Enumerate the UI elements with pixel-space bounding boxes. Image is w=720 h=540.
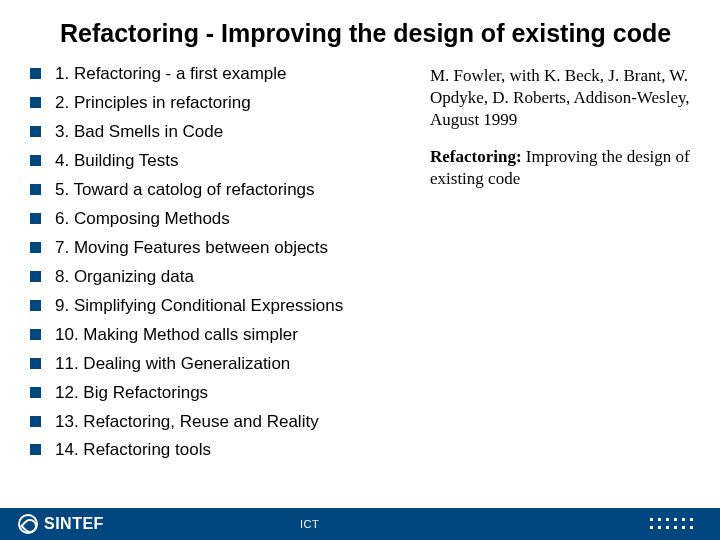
dots-icon bbox=[650, 518, 694, 530]
toc-item-label: 13. Refactoring, Reuse and Reality bbox=[55, 411, 319, 434]
bullet-icon bbox=[30, 184, 41, 195]
side-text: M. Fowler, with K. Beck, J. Brant, W. Op… bbox=[410, 63, 700, 468]
list-item: 3. Bad Smells in Code bbox=[30, 121, 410, 144]
toc-item-label: 1. Refactoring - a first example bbox=[55, 63, 286, 86]
footer-center-text: ICT bbox=[300, 518, 319, 530]
list-item: 8. Organizing data bbox=[30, 266, 410, 289]
bullet-icon bbox=[30, 329, 41, 340]
logo-icon bbox=[18, 514, 38, 534]
logo-text: SINTEF bbox=[44, 515, 104, 533]
bullet-icon bbox=[30, 213, 41, 224]
toc-item-label: 9. Simplifying Conditional Expressions bbox=[55, 295, 343, 318]
footer-bar: SINTEF ICT bbox=[0, 508, 720, 540]
page-title: Refactoring - Improving the design of ex… bbox=[0, 18, 720, 49]
content-area: 1. Refactoring - a first example 2. Prin… bbox=[0, 63, 720, 468]
list-item: 12. Big Refactorings bbox=[30, 382, 410, 405]
list-item: 4. Building Tests bbox=[30, 150, 410, 173]
book-title-bold: Refactoring: bbox=[430, 147, 522, 166]
slide: Refactoring - Improving the design of ex… bbox=[0, 0, 720, 540]
list-item: 7. Moving Features between objects bbox=[30, 237, 410, 260]
toc-item-label: 5. Toward a catolog of refactorings bbox=[55, 179, 315, 202]
toc-item-label: 14. Refactoring tools bbox=[55, 439, 211, 462]
toc-item-label: 3. Bad Smells in Code bbox=[55, 121, 223, 144]
bullet-icon bbox=[30, 155, 41, 166]
toc-list: 1. Refactoring - a first example 2. Prin… bbox=[30, 63, 410, 468]
list-item: 10. Making Method calls simpler bbox=[30, 324, 410, 347]
list-item: 6. Composing Methods bbox=[30, 208, 410, 231]
list-item: 13. Refactoring, Reuse and Reality bbox=[30, 411, 410, 434]
bullet-icon bbox=[30, 387, 41, 398]
book-title: Refactoring: Improving the design of exi… bbox=[430, 146, 700, 190]
toc-item-label: 11. Dealing with Generalization bbox=[55, 353, 290, 376]
list-item: 9. Simplifying Conditional Expressions bbox=[30, 295, 410, 318]
toc-item-label: 7. Moving Features between objects bbox=[55, 237, 328, 260]
toc-item-label: 6. Composing Methods bbox=[55, 208, 230, 231]
bullet-icon bbox=[30, 300, 41, 311]
toc-item-label: 2. Principles in refactoring bbox=[55, 92, 251, 115]
bullet-icon bbox=[30, 444, 41, 455]
toc-item-label: 12. Big Refactorings bbox=[55, 382, 208, 405]
list-item: 11. Dealing with Generalization bbox=[30, 353, 410, 376]
bullet-icon bbox=[30, 68, 41, 79]
bullet-icon bbox=[30, 416, 41, 427]
list-item: 5. Toward a catolog of refactorings bbox=[30, 179, 410, 202]
brand-logo: SINTEF bbox=[18, 514, 104, 534]
toc-item-label: 10. Making Method calls simpler bbox=[55, 324, 298, 347]
bullet-icon bbox=[30, 358, 41, 369]
list-item: 14. Refactoring tools bbox=[30, 439, 410, 462]
citation-text: M. Fowler, with K. Beck, J. Brant, W. Op… bbox=[430, 65, 700, 131]
list-item: 1. Refactoring - a first example bbox=[30, 63, 410, 86]
bullet-icon bbox=[30, 97, 41, 108]
bullet-icon bbox=[30, 242, 41, 253]
bullet-icon bbox=[30, 126, 41, 137]
toc-item-label: 4. Building Tests bbox=[55, 150, 178, 173]
bullet-icon bbox=[30, 271, 41, 282]
list-item: 2. Principles in refactoring bbox=[30, 92, 410, 115]
toc-item-label: 8. Organizing data bbox=[55, 266, 194, 289]
